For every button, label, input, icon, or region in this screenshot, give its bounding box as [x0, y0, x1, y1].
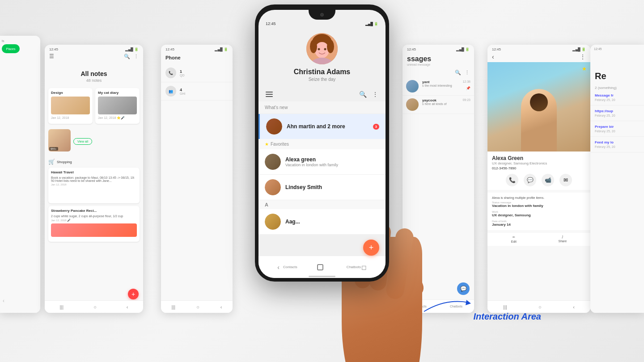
msg-text-yaycook: s here all kinds of [422, 102, 459, 105]
lindsey-name: Lindsey Smith [285, 184, 379, 190]
lindsey-avatar [265, 179, 281, 195]
main-time: 12:45 [266, 21, 276, 26]
status-msg-value: Vacation in london with family [492, 204, 586, 208]
alexa-sub: Vacation in london with family [285, 163, 379, 167]
section-a: A [258, 200, 386, 209]
partial-avatar [265, 214, 281, 230]
notes-icons: ▂▄█ 🔋 [125, 47, 139, 51]
chatbot-fab[interactable]: 💬 [457, 282, 470, 295]
partial-name: Aag... [285, 219, 379, 225]
contact-detail-time: 12:45 [492, 47, 501, 51]
star-icon: ★ [265, 142, 269, 147]
msg-action[interactable]: 💬 [524, 174, 536, 186]
email-action[interactable]: ✉ [559, 174, 572, 186]
contact-photo: ★ [487, 62, 590, 152]
far-right-sub: 2 (something) [590, 86, 644, 90]
notes-time: 12:45 [49, 47, 58, 51]
home-indicator [309, 276, 335, 277]
notch [309, 10, 335, 20]
nav-back[interactable]: ‹ [277, 264, 280, 271]
call-action[interactable]: 📞 [506, 174, 518, 186]
main-phone: 12:45 ▂▄█ 🔋 [246, 0, 398, 362]
svg-point-3 [310, 40, 317, 53]
screen-far-right: 12:45 Re 2 (something) Message fr Februr… [590, 45, 644, 313]
pancake-card: Strawberry Pancake Reci... 2 cups white … [48, 206, 140, 242]
favorites-label: Favorites [271, 142, 289, 147]
messages-title: ssages [407, 55, 470, 63]
dob-value: January 14 [492, 223, 586, 227]
back-icon[interactable]: ‹ [492, 53, 494, 60]
camera [320, 13, 324, 17]
alexa-row[interactable]: Alexa green Vacation in london with fami… [258, 149, 386, 175]
notes-status-bar: 12:45 ▂▄█ 🔋 [45, 45, 143, 51]
msg-name-yant: yant [422, 80, 459, 84]
contact-name: Alexa Green [492, 155, 586, 161]
lindsey-row[interactable]: Lindsey Smith [258, 175, 386, 200]
highlighted-contact[interactable]: Ahn martin and 2 more 3 [258, 114, 386, 139]
phone-app-title: Phone [161, 51, 233, 64]
alexa-name: Alexa green [285, 156, 379, 163]
ahn-badge: 3 [373, 124, 379, 130]
svg-marker-8 [466, 300, 471, 305]
work-value: UX designer, Samsung [492, 213, 586, 217]
edit-button[interactable]: ✏ Edit [511, 236, 517, 243]
screen-phone-app: 12:45 ▂▄█ 🔋 Phone 📞 1 QD 👥 4 GHI ||| ○ ‹ [161, 45, 233, 313]
view-all-button[interactable]: View all [73, 138, 92, 145]
re-msg-4: Feed my lo Februry 25, 20 [590, 137, 644, 152]
main-status-icons: ▂▄█ 🔋 [365, 22, 378, 26]
profile-subtitle: Seize the day [309, 77, 336, 82]
nav-recents[interactable]: ◻ [361, 264, 367, 271]
partial-contact[interactable]: Aag... [258, 209, 386, 235]
more-options-icon[interactable]: ⋮ [372, 91, 378, 98]
whats-new-label: What's new [265, 105, 288, 110]
msg-name-yaycook: yaycook [422, 98, 459, 102]
re-msg-3: Prepare bir Februry 25, 20 [590, 121, 644, 137]
fab-button[interactable]: + [363, 240, 379, 256]
contact-title: UX designer, Samsung Electronics [492, 161, 586, 165]
messages-unread: unread message [407, 63, 470, 66]
msg-row-yant: yant s the most interesting 12:38 📌 [402, 77, 474, 96]
svg-point-7 [324, 48, 326, 51]
hawaii-content: Book a vacation: package to Maui, 08/10 … [51, 176, 137, 182]
re-msg-2: https://sup Februry 25, 20 [590, 105, 644, 121]
nav-home[interactable] [317, 264, 323, 270]
screen-messages: 12:45 ▂▄█ 🔋 ssages unread message 🔍 ⋮ ya… [402, 45, 474, 313]
more-icon[interactable]: ⋮ [580, 53, 586, 60]
main-action-bar: 🔍 ⋮ [258, 87, 386, 101]
profile-name: Christina Adams [294, 68, 351, 76]
design-card: Design Jan 12, 2018 [48, 88, 93, 124]
phone-frame: 12:45 ▂▄█ 🔋 [255, 4, 389, 282]
notes-count: 48 notes [45, 78, 143, 83]
video-action[interactable]: 📹 [542, 174, 554, 186]
alexa-avatar [265, 154, 281, 170]
sharing-note: Alexa is sharing multiple profile items. [492, 196, 586, 199]
cat-diary-title: My cat diary [98, 91, 137, 95]
interaction-text: Interaction Area [473, 311, 541, 322]
whats-new-bar: What's new [258, 101, 386, 114]
pancake-title: Strawberry Pancake Reci... [51, 209, 137, 213]
interaction-arrow [419, 294, 473, 316]
notes-fab[interactable]: + [128, 289, 139, 299]
ahn-name: Ahn martin and 2 more [287, 123, 373, 130]
share-button[interactable]: ⤴ Share [559, 236, 567, 243]
avatar [306, 33, 338, 64]
shopping-label: Shopping [57, 160, 72, 164]
design-card-title: Design [51, 91, 90, 95]
hawaii-title: Hawaii Travel [51, 170, 137, 174]
re-msg-1: Message fr Februry 25, 20 [590, 90, 644, 105]
contacts-list: What's new Ahn martin and 2 more 3 ★ Fav… [258, 101, 386, 235]
favorites-bar: ★ Favorites [258, 139, 386, 149]
svg-point-4 [327, 40, 334, 53]
hawaii-card: Hawaii Travel Book a vacation: package t… [48, 168, 140, 203]
cat-diary-card: My cat diary Jan 12, 2018 ⭐🎤 [95, 88, 140, 124]
profile-area: Christina Adams Seize the day [258, 26, 386, 87]
interaction-area-label: Interaction Area [473, 311, 541, 322]
hamburger-menu[interactable] [266, 92, 273, 97]
screen-far-left: ts Places ‹ [0, 36, 40, 313]
phone-screen-inner: 12:45 ▂▄█ 🔋 [258, 10, 386, 278]
svg-point-6 [318, 48, 320, 51]
screen-contact-detail: 12:45 ▂▄█ 🔋 ‹ ⋮ ★ Alexa Green UX designe… [487, 45, 590, 313]
svg-point-2 [315, 42, 329, 58]
search-icon[interactable]: 🔍 [359, 91, 367, 98]
msg-row-yaycook: yaycook s here all kinds of 09:23 [402, 96, 474, 114]
